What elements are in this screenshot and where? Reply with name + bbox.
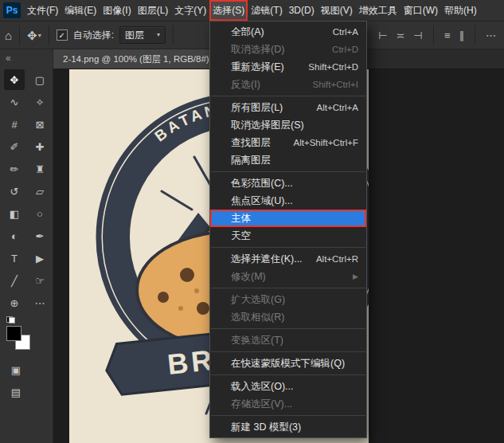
healing-brush-tool[interactable]: ✚	[29, 136, 50, 157]
select-menu-item[interactable]: 焦点区域(U)...	[210, 192, 366, 210]
menu-item-label: 扩大选取(G)	[231, 293, 285, 307]
select-menu-item[interactable]: 天空	[210, 227, 366, 245]
options-divider	[173, 25, 174, 45]
screen-mode-icon[interactable]: ▤	[8, 385, 24, 399]
select-menu-item[interactable]: 主体	[210, 210, 366, 227]
line-tool[interactable]: ╱	[4, 270, 25, 291]
menubar-item-window[interactable]: 窗口(W)	[400, 0, 441, 21]
menu-item-label: 存储选区(V)...	[231, 398, 292, 411]
eraser-tool[interactable]: ▱	[29, 181, 50, 202]
select-menu-item: 变换选区(T)	[210, 331, 366, 349]
menubar-item-type[interactable]: 文字(Y)	[171, 0, 209, 21]
menubar-item-plugins[interactable]: 增效工具	[356, 0, 400, 21]
eyedropper-tool[interactable]: ✐	[4, 136, 25, 157]
select-menu-item[interactable]: 取消选择图层(S)	[210, 116, 366, 134]
menu-item-label: 选择并遮住(K)...	[231, 253, 303, 266]
document-tab[interactable]: 2-14.png @ 100% (图层 1, RGB/8#)	[53, 49, 220, 69]
options-divider	[19, 25, 20, 45]
align-right-icon[interactable]: ⊣	[414, 30, 423, 41]
select-menu-item[interactable]: 隔离图层	[210, 151, 366, 169]
chevron-down-icon: ▾	[157, 30, 160, 41]
move-tool-icon: ✥	[27, 29, 37, 41]
auto-select-target-value: 图层	[125, 29, 144, 42]
quick-mask-icon[interactable]: ▣	[8, 363, 24, 377]
quick-selection-tool[interactable]: ✧	[29, 92, 50, 112]
select-menu-item[interactable]: 载入选区(O)...	[210, 378, 366, 395]
menubar-item-filter[interactable]: 滤镜(T)	[248, 0, 285, 21]
menu-item-label: 天空	[231, 229, 251, 243]
gradient-tool[interactable]: ◧	[4, 203, 25, 224]
menubar: Ps 文件(F)编辑(E)图像(I)图层(L)文字(Y)选择(S)滤镜(T)3D…	[0, 0, 504, 22]
distribute-horizontal-icon[interactable]: ∥	[459, 30, 465, 41]
foreground-color-swatch[interactable]	[6, 326, 21, 341]
menu-item-label: 在快速蒙版模式下编辑(Q)	[231, 357, 345, 370]
menu-item-label: 载入选区(O)...	[231, 380, 293, 394]
rectangular-marquee-tool[interactable]: ▢	[29, 69, 50, 90]
align-left-icon[interactable]: ⊢	[378, 30, 387, 41]
edit-toolbar-icon[interactable]: ⋯	[29, 292, 50, 313]
zoom-tool[interactable]: ⊕	[4, 292, 25, 313]
dodge-tool[interactable]: ◐	[4, 225, 25, 246]
type-tool[interactable]: T	[4, 248, 25, 269]
distribute-vertical-icon[interactable]: ≡	[444, 30, 451, 41]
menu-divider	[211, 374, 365, 375]
history-brush-tool[interactable]: ↺	[4, 181, 25, 202]
auto-select-checkbox[interactable]: ✓	[57, 29, 68, 41]
brush-tool[interactable]: ✏	[4, 159, 25, 179]
select-menu-item[interactable]: 所有图层(L)Alt+Ctrl+A	[210, 99, 366, 116]
lasso-tool[interactable]: ∿	[4, 92, 25, 112]
menu-divider	[211, 351, 365, 352]
menu-item-label: 取消选择(D)	[231, 43, 284, 57]
crop-tool[interactable]: #	[4, 114, 25, 135]
blur-tool[interactable]: ○	[29, 203, 50, 224]
select-menu-item: 反选(I)Shift+Ctrl+I	[210, 76, 366, 93]
menu-divider	[211, 328, 365, 329]
default-colors-icon[interactable]	[6, 316, 15, 323]
align-center-h-icon[interactable]: ≍	[397, 30, 405, 41]
pen-tool[interactable]: ✒	[29, 225, 50, 246]
options-divider	[475, 25, 475, 45]
menu-item-label: 重新选择(E)	[231, 61, 284, 74]
select-menu-item[interactable]: 新建 3D 模型(3)	[210, 418, 366, 436]
path-selection-tool[interactable]: ▶	[29, 248, 50, 269]
select-menu-item[interactable]: 选择并遮住(K)...Alt+Ctrl+R	[210, 250, 366, 268]
menubar-item-edit[interactable]: 编辑(E)	[61, 0, 100, 21]
photoshop-logo: Ps	[3, 2, 21, 18]
clone-stamp-tool[interactable]: ♜	[29, 159, 50, 179]
select-menu-item[interactable]: 全部(A)Ctrl+A	[210, 23, 366, 41]
menu-item-label: 隔离图层	[231, 154, 271, 167]
select-menu-item: 取消选择(D)Ctrl+D	[210, 41, 366, 58]
options-divider	[49, 25, 49, 45]
menu-item-shortcut: Shift+Ctrl+I	[306, 80, 358, 89]
menubar-item-layer[interactable]: 图层(L)	[135, 0, 172, 21]
menubar-item-help[interactable]: 帮助(H)	[441, 0, 480, 21]
menubar-item-select[interactable]: 选择(S)	[209, 0, 248, 21]
select-menu-item[interactable]: 色彩范围(C)...	[210, 174, 366, 192]
options-right-icons: ⊢≍⊣≡∥⋯	[378, 25, 499, 45]
auto-select-target-dropdown[interactable]: 图层 ▾	[119, 26, 166, 44]
menu-item-shortcut: Alt+Ctrl+A	[311, 103, 358, 112]
move-tool[interactable]: ✥	[4, 69, 25, 90]
collapse-panel-icon[interactable]: «	[0, 49, 53, 64]
menubar-item-image[interactable]: 图像(I)	[100, 0, 134, 21]
select-menu-item[interactable]: 查找图层Alt+Shift+Ctrl+F	[210, 134, 366, 151]
menu-item-label: 主体	[231, 212, 251, 225]
select-menu-item[interactable]: 重新选择(E)Shift+Ctrl+D	[210, 58, 366, 76]
auto-select-label: 自动选择:	[73, 29, 114, 42]
select-menu-item[interactable]: 在快速蒙版模式下编辑(Q)	[210, 355, 366, 372]
frame-tool[interactable]: ⊠	[29, 114, 50, 135]
menubar-item-file[interactable]: 文件(F)	[24, 0, 61, 21]
select-menu-item: 选取相似(R)	[210, 308, 366, 326]
tool-preset-button[interactable]: ✥ ▾	[27, 29, 41, 41]
menu-item-label: 反选(I)	[231, 78, 260, 92]
menubar-items: 文件(F)编辑(E)图像(I)图层(L)文字(Y)选择(S)滤镜(T)3D(D)…	[24, 0, 480, 21]
menu-item-shortcut: Shift+Ctrl+D	[302, 62, 358, 72]
menu-item-shortcut: Ctrl+A	[326, 27, 358, 37]
menubar-item-view[interactable]: 视图(V)	[318, 0, 356, 21]
home-icon[interactable]: ⌂	[5, 29, 12, 41]
menu-item-shortcut: Alt+Shift+Ctrl+F	[287, 138, 359, 147]
menubar-item-3d[interactable]: 3D(D)	[286, 0, 318, 21]
more-options-icon[interactable]: ⋯	[486, 30, 496, 41]
menu-item-label: 焦点区域(U)...	[231, 194, 293, 208]
hand-tool[interactable]: ☞	[29, 270, 50, 291]
